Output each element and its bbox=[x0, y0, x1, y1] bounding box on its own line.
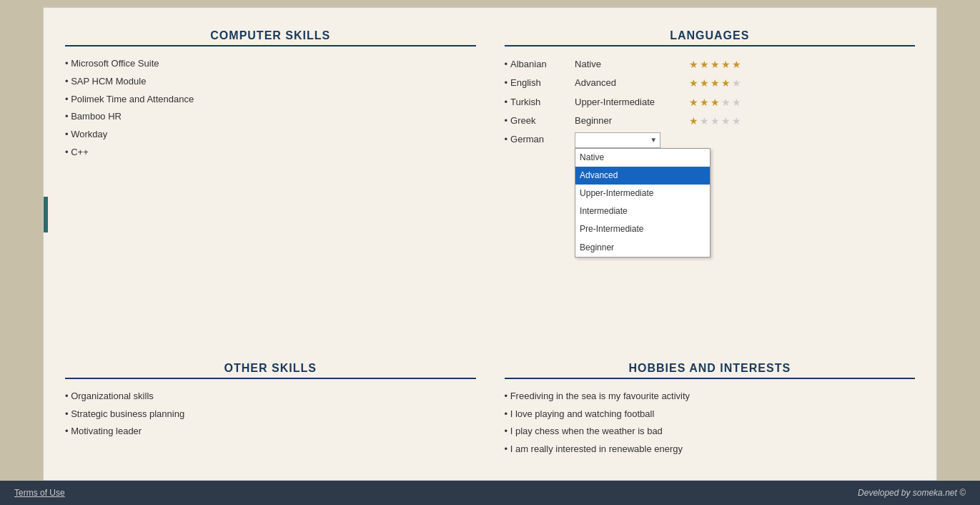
lang-name: English bbox=[510, 76, 575, 91]
dropdown-option-advanced[interactable]: Advanced bbox=[575, 167, 710, 185]
star-icon: ★ bbox=[700, 75, 709, 91]
page-wrapper: COMPUTER SKILLS Microsoft Office Suite S… bbox=[0, 0, 980, 481]
star-empty-icon: ★ bbox=[721, 94, 731, 110]
bullet: • bbox=[505, 114, 508, 129]
language-row-albanian: • Albanian Native ★ ★ ★ ★ ★ bbox=[505, 55, 916, 74]
star-icon: ★ bbox=[689, 113, 698, 129]
star-icon: ★ bbox=[689, 57, 698, 72]
lang-stars: ★ ★ ★ ★ ★ bbox=[689, 113, 741, 129]
resume-card: COMPUTER SKILLS Microsoft Office Suite S… bbox=[43, 7, 937, 481]
star-icon: ★ bbox=[711, 57, 720, 72]
star-icon: ★ bbox=[700, 94, 709, 110]
language-row-german: • German ▼ Native Advanced Upper-Interme… bbox=[505, 131, 916, 149]
terms-of-use-link[interactable]: Terms of Use bbox=[14, 488, 65, 498]
star-empty-icon: ★ bbox=[711, 113, 720, 129]
star-empty-icon: ★ bbox=[732, 113, 741, 129]
languages-title: LANGUAGES bbox=[505, 29, 916, 46]
list-item: I am really interested in renewable ener… bbox=[505, 441, 916, 459]
computer-skills-list: Microsoft Office Suite SAP HCM Module Po… bbox=[65, 55, 476, 162]
chevron-down-icon: ▼ bbox=[650, 134, 657, 146]
list-item: Workday bbox=[65, 126, 476, 144]
bullet: • bbox=[505, 57, 508, 72]
language-select-box[interactable]: ▼ bbox=[575, 132, 660, 148]
star-icon: ★ bbox=[689, 94, 698, 110]
star-icon: ★ bbox=[721, 57, 731, 72]
dropdown-option-pre-intermediate[interactable]: Pre-Intermediate bbox=[575, 220, 710, 238]
star-empty-icon: ★ bbox=[721, 113, 731, 129]
star-empty-icon: ★ bbox=[732, 94, 741, 110]
list-item: Motivating leader bbox=[65, 423, 476, 441]
languages-section: LANGUAGES • Albanian Native ★ ★ ★ ★ ★ bbox=[505, 22, 916, 340]
bullet: • bbox=[505, 132, 508, 147]
lang-stars: ★ ★ ★ ★ ★ bbox=[689, 75, 741, 91]
language-dropdown-menu[interactable]: Native Advanced Upper-Intermediate Inter… bbox=[575, 148, 711, 258]
lang-level: Beginner bbox=[575, 114, 689, 129]
lang-stars: ★ ★ ★ ★ ★ bbox=[689, 94, 741, 110]
bottom-content-grid: OTHER SKILLS Organizational skills Strat… bbox=[65, 355, 915, 466]
lang-name: Greek bbox=[510, 114, 575, 129]
dropdown-option-intermediate[interactable]: Intermediate bbox=[575, 202, 710, 220]
lang-level: Advanced bbox=[575, 76, 689, 91]
star-icon: ★ bbox=[711, 94, 720, 110]
star-icon: ★ bbox=[700, 57, 709, 72]
lang-name: Turkish bbox=[510, 95, 575, 110]
hobbies-section: HOBBIES AND INTERESTS Freediving in the … bbox=[505, 355, 916, 466]
other-skills-title: OTHER SKILLS bbox=[65, 362, 476, 379]
list-item: Polimek Time and Attendance bbox=[65, 91, 476, 109]
bullet: • bbox=[505, 95, 508, 110]
list-item: I love playing and watching football bbox=[505, 406, 916, 423]
list-item: SAP HCM Module bbox=[65, 73, 476, 91]
hobbies-list: Freediving in the sea is my favourite ac… bbox=[505, 388, 916, 459]
lang-level: Native bbox=[575, 57, 689, 72]
list-item: Strategic business planning bbox=[65, 406, 476, 423]
list-item: Bamboo HR bbox=[65, 108, 476, 126]
language-row-greek: • Greek Beginner ★ ★ ★ ★ ★ bbox=[505, 112, 916, 130]
star-icon: ★ bbox=[711, 75, 720, 91]
other-skills-list: Organizational skills Strategic business… bbox=[65, 388, 476, 441]
computer-skills-title: COMPUTER SKILLS bbox=[65, 29, 476, 46]
top-content-grid: COMPUTER SKILLS Microsoft Office Suite S… bbox=[65, 22, 915, 340]
lang-name: Albanian bbox=[510, 57, 575, 72]
language-row-turkish: • Turkish Upper-Intermediate ★ ★ ★ ★ ★ bbox=[505, 93, 916, 112]
developed-by-text: Developed by someka.net © bbox=[858, 488, 966, 498]
list-item: Freediving in the sea is my favourite ac… bbox=[505, 388, 916, 406]
languages-table: • Albanian Native ★ ★ ★ ★ ★ • bbox=[505, 55, 916, 149]
computer-skills-section: COMPUTER SKILLS Microsoft Office Suite S… bbox=[65, 22, 476, 340]
dropdown-option-upper-intermediate[interactable]: Upper-Intermediate bbox=[575, 185, 710, 202]
language-dropdown-container[interactable]: ▼ Native Advanced Upper-Intermediate Int… bbox=[575, 132, 660, 148]
lang-name: German bbox=[510, 132, 575, 147]
lang-level: Upper-Intermediate bbox=[575, 95, 689, 110]
star-icon: ★ bbox=[721, 75, 731, 91]
dropdown-option-native[interactable]: Native bbox=[575, 149, 710, 167]
list-item: Organizational skills bbox=[65, 388, 476, 406]
star-icon: ★ bbox=[689, 75, 698, 91]
language-row-english: • English Advanced ★ ★ ★ ★ ★ bbox=[505, 74, 916, 92]
star-empty-icon: ★ bbox=[732, 75, 741, 91]
lang-stars: ★ ★ ★ ★ ★ bbox=[689, 57, 741, 72]
dropdown-option-beginner[interactable]: Beginner bbox=[575, 239, 710, 257]
list-item: C++ bbox=[65, 144, 476, 162]
star-empty-icon: ★ bbox=[700, 113, 709, 129]
footer: Terms of Use Developed by someka.net © bbox=[0, 481, 980, 505]
list-item: Microsoft Office Suite bbox=[65, 55, 476, 73]
list-item: I play chess when the weather is bad bbox=[505, 423, 916, 441]
star-icon: ★ bbox=[732, 57, 741, 72]
sidebar-indicator bbox=[44, 197, 48, 232]
other-skills-section: OTHER SKILLS Organizational skills Strat… bbox=[65, 355, 476, 466]
bullet: • bbox=[505, 76, 508, 91]
hobbies-title: HOBBIES AND INTERESTS bbox=[505, 362, 916, 379]
